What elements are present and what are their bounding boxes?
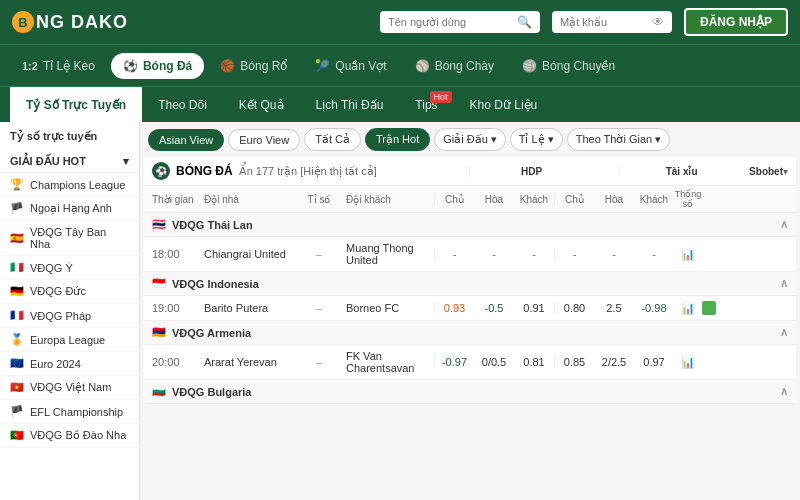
efl-flag-icon: 🏴 [10,405,24,418]
spain-flag-icon: 🇪🇸 [10,232,24,245]
hot-badge: Hot [430,91,452,103]
sidebar-item-vdqg-phap[interactable]: 🇫🇷 VĐQG Pháp [0,304,139,328]
hdp-khach: 0.81 [514,356,554,368]
theo-thoi-gian-dropdown[interactable]: Theo Thời Gian ▾ [567,128,671,151]
sport-item-label: Bóng Rổ [240,59,287,73]
sub-nav-kho-du-lieu[interactable]: Kho Dữ Liệu [454,87,554,122]
hdp-khach: - [514,248,554,260]
sport-item-bong-da[interactable]: ⚽ Bóng Đá [111,53,204,79]
sidebar-item-vdqg-duc[interactable]: 🇩🇪 VĐQG Đức [0,280,139,304]
giai-dau-dropdown[interactable]: Giải Đấu ▾ [434,128,506,151]
sidebar-item-tay-ban-nha[interactable]: 🇪🇸 VĐQG Tây Ban Nha [0,221,139,256]
live-badge [702,301,716,315]
tran-hot-button[interactable]: Trận Hot [365,128,430,151]
league-section-header: GIẢI ĐẤU HOT ▾ [0,151,139,173]
hdp-header: HDP [469,166,589,177]
collapse-icon[interactable]: ∧ [780,218,788,231]
away-team: Borneo FC [346,302,434,314]
champions-flag-icon: 🏆 [10,178,24,191]
home-team: Ararat Yerevan [204,356,292,368]
sidebar-item-champions[interactable]: 🏆 Champions League [0,173,139,197]
col-home: Đội nhà [204,194,292,205]
sidebar-item-viet-nam[interactable]: 🇻🇳 VĐQG Việt Nam [0,376,139,400]
col-thong-so: Thống số [674,189,702,209]
collapse-icon[interactable]: ∧ [780,385,788,398]
sidebar: Tỷ số trực tuyến GIẢI ĐẤU HOT ▾ 🏆 Champi… [0,122,140,500]
matches-table: ⚽ BÓNG ĐÁ Ẩn 177 trận [Hiện thị tất cả] … [144,157,796,404]
sidebar-item-europa[interactable]: 🏅 Europa League [0,328,139,352]
sub-nav-ket-qua[interactable]: Kết Quả [223,87,300,122]
sport-item-quan-vot[interactable]: 🎾 Quần Vợt [303,53,398,79]
match-row: 19:00 Barito Putera – Borneo FC 0.93 -0.… [144,296,796,321]
tai-xiu-header: Tài xỉu [619,166,739,177]
away-team: FK Van Charentsavan [346,350,434,374]
col-khach-tai: Khách [634,194,674,205]
ti-le-dropdown[interactable]: Tỉ Lệ ▾ [510,128,563,151]
bong-da-table-label: BÓNG ĐÁ [176,164,233,178]
col-time: Thời gian [152,194,204,205]
hidden-count-text: Ẩn 177 trận [Hiện thị tất cả] [239,165,377,178]
sport-item-label: Tỉ Lệ Kèo [43,59,95,73]
france-flag-icon: 🇫🇷 [10,309,24,322]
eye-icon: 👁 [652,15,664,29]
login-button[interactable]: ĐĂNG NHẬP [684,8,788,36]
hdp-hoa: 0/0.5 [474,356,514,368]
main-content: Tỷ số trực tuyến GIẢI ĐẤU HOT ▾ 🏆 Champi… [0,122,800,500]
sub-nav-tips[interactable]: Tips Hot [399,87,453,122]
col-sub-headers: Thời gian Đội nhà Tỉ số Đội khách Chủ Hò… [144,186,796,213]
sidebar-title: Tỷ số trực tuyến [0,122,139,151]
sub-nav-theo-doi[interactable]: Theo Dõi [142,87,223,122]
stats-icon[interactable]: 📊 [674,302,702,315]
header: B NG DAKO 🔍 👁 ĐĂNG NHẬP [0,0,800,44]
tai-hoa: - [594,248,634,260]
league-row-thai-lan: 🇹🇭 VĐQG Thái Lan ∧ [144,213,796,237]
col-score: Tỉ số [292,194,346,205]
bong-da-icon: ⚽ [123,59,138,73]
tai-khach: 0.97 [634,356,674,368]
sidebar-item-ngoai-hang-anh[interactable]: 🏴 Ngoại Hạng Anh [0,197,139,221]
asian-view-button[interactable]: Asian View [148,129,224,151]
password-input[interactable] [560,16,646,28]
search-input[interactable] [388,16,511,28]
tai-hoa: 2/2.5 [594,356,634,368]
stats-icon[interactable]: 📊 [674,248,702,261]
col-chu-hdp: Chủ [434,194,474,205]
tai-chu: - [554,248,594,260]
sidebar-item-efl[interactable]: 🏴 EFL Championship [0,400,139,424]
logo-text: NG DAKO [36,12,128,33]
tai-hoa: 2.5 [594,302,634,314]
england-flag-icon: 🏴 [10,202,24,215]
indonesia-flag-icon: 🇮🇩 [152,277,166,290]
tai-chu: 0.80 [554,302,594,314]
chevron-down-icon: ▾ [123,155,129,168]
sport-item-ti-le-keo[interactable]: 1:2 Tỉ Lệ Kèo [10,53,107,79]
col-away: Đội khách [346,194,434,205]
tat-ca-button[interactable]: Tất Cả [304,128,361,151]
sort-icon: ▾ [783,166,788,177]
sport-item-label: Bóng Chuyền [542,59,615,73]
collapse-icon[interactable]: ∧ [780,277,788,290]
home-team: Barito Putera [204,302,292,314]
bong-chay-icon: ⚾ [415,59,430,73]
collapse-icon[interactable]: ∧ [780,326,788,339]
bong-ro-icon: 🏀 [220,59,235,73]
sidebar-item-vdqg-y[interactable]: 🇮🇹 VĐQG Ý [0,256,139,280]
away-team: Muang Thong United [346,242,434,266]
sub-nav-ty-so[interactable]: Tỷ Số Trực Tuyến [10,87,142,122]
match-time: 19:00 [152,302,204,314]
home-team: Chiangrai United [204,248,292,260]
sidebar-item-euro-2024[interactable]: 🇪🇺 Euro 2024 [0,352,139,376]
sub-nav: Tỷ Số Trực Tuyến Theo Dõi Kết Quả Lịch T… [0,86,800,122]
sport-item-bong-ro[interactable]: 🏀 Bóng Rổ [208,53,299,79]
sub-nav-lich-thi-dau[interactable]: Lịch Thi Đấu [300,87,400,122]
stats-icon[interactable]: 📊 [674,356,702,369]
dropdown-arrow-icon: ▾ [548,133,554,146]
col-chu-tai: Chủ [554,194,594,205]
sidebar-item-bo-dao-nha[interactable]: 🇵🇹 VĐQG Bồ Đào Nha [0,424,139,448]
hdp-hoa: -0.5 [474,302,514,314]
sport-item-bong-chay[interactable]: ⚾ Bóng Chày [403,53,506,79]
search-icon: 🔍 [517,15,532,29]
euro-view-button[interactable]: Euro View [228,129,300,151]
sport-item-bong-chuyen[interactable]: 🏐 Bóng Chuyền [510,53,627,79]
sport-item-label: Quần Vợt [335,59,386,73]
